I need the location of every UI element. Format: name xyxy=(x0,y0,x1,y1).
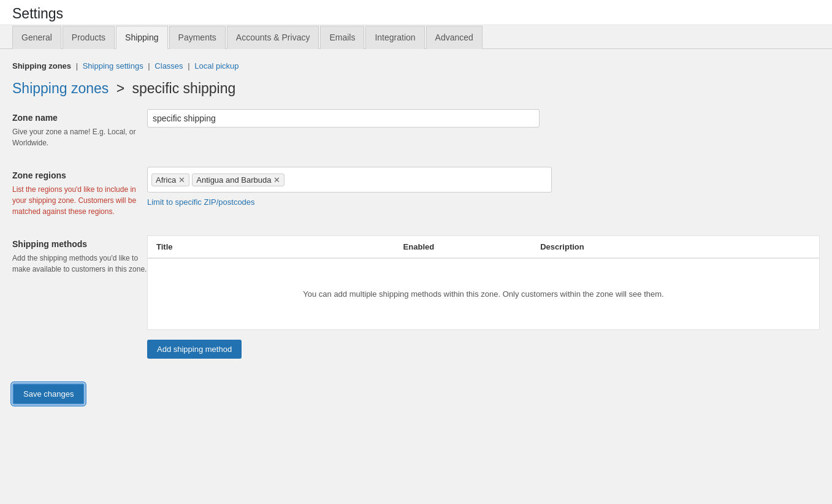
tab-shipping[interactable]: Shipping xyxy=(116,26,168,49)
breadcrumb-parent-link[interactable]: Shipping zones xyxy=(12,80,109,96)
tab-payments[interactable]: Payments xyxy=(169,26,226,49)
page-title: Settings xyxy=(12,6,63,21)
col-title: Title xyxy=(148,236,306,259)
zone-regions-row: Zone regions List the regions you'd like… xyxy=(12,167,820,217)
save-changes-button[interactable]: Save changes xyxy=(12,383,85,405)
tab-emails[interactable]: Emails xyxy=(320,26,364,49)
col-description: Description xyxy=(532,236,819,259)
zone-name-description: Give your zone a name! E.g. Local, or Wo… xyxy=(12,126,147,148)
tab-general[interactable]: General xyxy=(12,26,61,49)
zone-name-field-col xyxy=(147,109,820,128)
breadcrumb-arrow: > xyxy=(116,80,124,96)
subnav-classes[interactable]: Classes xyxy=(155,61,183,71)
breadcrumb: Shipping zones > specific shipping xyxy=(12,80,820,97)
save-changes-area: Save changes xyxy=(12,377,820,405)
region-tag-antigua-label: Antigua and Barbuda xyxy=(196,175,271,185)
add-shipping-method-button[interactable]: Add shipping method xyxy=(147,340,242,359)
region-tag-africa: Africa ✕ xyxy=(151,174,189,186)
breadcrumb-current: specific shipping xyxy=(132,80,236,96)
zone-regions-label-col: Zone regions List the regions you'd like… xyxy=(12,167,147,217)
subnav: Shipping zones | Shipping settings | Cla… xyxy=(12,61,820,71)
col-enabled: Enabled xyxy=(306,236,532,259)
zone-regions-label: Zone regions xyxy=(12,170,147,180)
regions-input-box[interactable]: Africa ✕ Antigua and Barbuda ✕ xyxy=(147,167,552,193)
subnav-shipping-settings[interactable]: Shipping settings xyxy=(83,61,143,71)
zone-name-input[interactable] xyxy=(147,109,540,128)
zone-name-label-col: Zone name Give your zone a name! E.g. Lo… xyxy=(12,109,147,148)
shipping-methods-description: Add the shipping methods you'd like to m… xyxy=(12,253,147,275)
shipping-methods-field-col: Title Enabled Description You can add mu… xyxy=(147,235,820,359)
shipping-methods-label-col: Shipping methods Add the shipping method… xyxy=(12,235,147,275)
region-tag-africa-label: Africa xyxy=(156,175,176,185)
shipping-methods-row: Shipping methods Add the shipping method… xyxy=(12,235,820,359)
tab-advanced[interactable]: Advanced xyxy=(426,26,483,49)
tab-integration[interactable]: Integration xyxy=(365,26,424,49)
shipping-methods-table: Title Enabled Description You can add mu… xyxy=(147,235,820,330)
shipping-methods-label: Shipping methods xyxy=(12,239,147,249)
nav-tabs: General Products Shipping Payments Accou… xyxy=(0,25,832,49)
empty-row: You can add multiple shipping methods wi… xyxy=(148,258,820,330)
empty-message: You can add multiple shipping methods wi… xyxy=(156,271,811,317)
zone-name-row: Zone name Give your zone a name! E.g. Lo… xyxy=(12,109,820,148)
tab-accounts-privacy[interactable]: Accounts & Privacy xyxy=(227,26,319,49)
subnav-shipping-zones-label: Shipping zones xyxy=(12,61,71,71)
zone-regions-description: List the regions you'd like to include i… xyxy=(12,184,147,217)
region-tag-antigua-remove[interactable]: ✕ xyxy=(273,176,280,184)
limit-zip-link[interactable]: Limit to specific ZIP/postcodes xyxy=(147,197,820,207)
region-tag-africa-remove[interactable]: ✕ xyxy=(178,176,185,184)
zone-name-label: Zone name xyxy=(12,113,147,123)
region-tag-antigua: Antigua and Barbuda ✕ xyxy=(192,174,284,186)
tab-products[interactable]: Products xyxy=(63,26,115,49)
zone-regions-field-col: Africa ✕ Antigua and Barbuda ✕ Limit to … xyxy=(147,167,820,207)
subnav-local-pickup[interactable]: Local pickup xyxy=(194,61,239,71)
